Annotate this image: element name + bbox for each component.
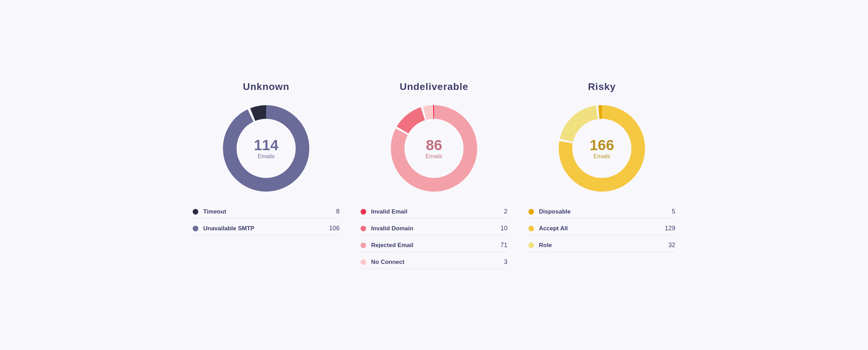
accept-all-label: Accept All bbox=[539, 225, 660, 232]
unknown-card: Unknown 114 Emails Timeout 8 bbox=[189, 81, 343, 235]
legend-item-rejected-email: Rejected Email 71 bbox=[361, 241, 507, 252]
timeout-label: Timeout bbox=[203, 208, 324, 215]
legend-item-unavailable-smtp: Unavailable SMTP 106 bbox=[193, 225, 340, 235]
role-label: Role bbox=[539, 242, 660, 249]
rejected-email-label: Rejected Email bbox=[371, 242, 492, 249]
legend-item-disposable: Disposable 5 bbox=[528, 208, 675, 218]
timeout-value: 8 bbox=[329, 208, 340, 215]
unknown-label: Emails bbox=[254, 153, 278, 160]
risky-center: 166 Emails bbox=[590, 137, 614, 160]
dashboard: Unknown 114 Emails Timeout 8 bbox=[189, 81, 679, 269]
legend-item-invalid-domain: Invalid Domain 10 bbox=[361, 225, 507, 235]
accept-all-value: 129 bbox=[665, 225, 675, 232]
unavailable-smtp-dot bbox=[193, 226, 198, 231]
legend-item-invalid-email: Invalid Email 2 bbox=[361, 208, 507, 218]
undeliverable-total: 86 bbox=[426, 137, 442, 153]
risky-label: Emails bbox=[590, 153, 614, 160]
disposable-value: 5 bbox=[665, 208, 675, 215]
invalid-email-label: Invalid Email bbox=[371, 208, 492, 215]
rejected-email-dot bbox=[361, 243, 366, 248]
unknown-total: 114 bbox=[254, 137, 278, 153]
legend-item-no-connect: No Connect 3 bbox=[361, 258, 507, 269]
no-connect-dot bbox=[361, 259, 366, 265]
legend-item-timeout: Timeout 8 bbox=[193, 208, 340, 218]
undeliverable-label: Emails bbox=[426, 153, 442, 160]
risky-card: Risky 166 Emails Disposable bbox=[525, 81, 679, 252]
unknown-legend: Timeout 8 Unavailable SMTP 106 bbox=[189, 208, 343, 235]
undeliverable-card: Undeliverable 86 Emails bbox=[357, 81, 511, 269]
rejected-email-value: 71 bbox=[497, 241, 507, 249]
no-connect-value: 3 bbox=[497, 258, 507, 266]
risky-donut: 166 Emails bbox=[556, 103, 647, 194]
legend-item-role: Role 32 bbox=[528, 241, 675, 252]
invalid-domain-label: Invalid Domain bbox=[371, 225, 492, 232]
risky-total: 166 bbox=[590, 137, 614, 153]
disposable-label: Disposable bbox=[539, 208, 660, 215]
timeout-dot bbox=[193, 209, 198, 215]
unavailable-smtp-value: 106 bbox=[329, 225, 340, 232]
invalid-email-value: 2 bbox=[497, 208, 507, 215]
no-connect-label: No Connect bbox=[371, 259, 492, 266]
disposable-dot bbox=[528, 209, 534, 215]
unavailable-smtp-label: Unavailable SMTP bbox=[203, 225, 324, 232]
unknown-donut: 114 Emails bbox=[221, 103, 312, 194]
unknown-center: 114 Emails bbox=[254, 137, 278, 160]
risky-legend: Disposable 5 Accept All 129 Role 32 bbox=[525, 208, 679, 252]
invalid-domain-value: 10 bbox=[497, 225, 507, 232]
risky-title: Risky bbox=[588, 81, 616, 92]
accept-all-dot bbox=[528, 226, 534, 231]
role-value: 32 bbox=[665, 241, 675, 249]
undeliverable-title: Undeliverable bbox=[400, 81, 469, 92]
invalid-domain-dot bbox=[361, 226, 366, 231]
invalid-email-dot bbox=[361, 209, 366, 215]
unknown-title: Unknown bbox=[243, 81, 290, 92]
undeliverable-center: 86 Emails bbox=[426, 137, 442, 160]
legend-item-accept-all: Accept All 129 bbox=[528, 225, 675, 235]
role-dot bbox=[528, 243, 534, 248]
undeliverable-legend: Invalid Email 2 Invalid Domain 10 Reject… bbox=[357, 208, 511, 269]
undeliverable-donut: 86 Emails bbox=[389, 103, 479, 194]
